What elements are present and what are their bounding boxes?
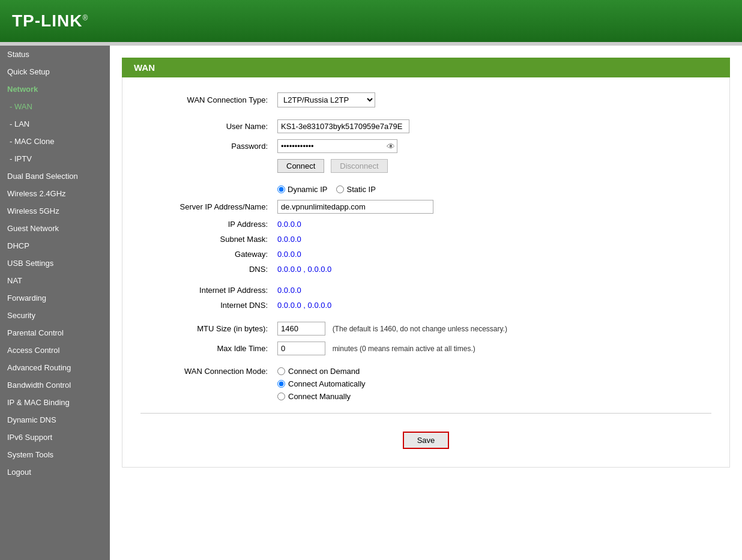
disconnect-button[interactable]: Disconnect	[331, 159, 387, 173]
internet-ip-row: Internet IP Address: 0.0.0.0	[140, 283, 711, 298]
dns-row: DNS: 0.0.0.0 , 0.0.0.0	[140, 262, 711, 277]
max-idle-input[interactable]	[277, 342, 325, 355]
sidebar-item-ipv6-support[interactable]: IPv6 Support	[0, 429, 110, 446]
sidebar-item-status[interactable]: Status	[0, 46, 110, 63]
mode-manual-radio[interactable]	[277, 393, 285, 400]
wan-type-cell: Dynamic IP Static IP PPPoE/Russia PPPoE …	[273, 89, 711, 110]
internet-dns-cell: 0.0.0.0 , 0.0.0.0	[273, 298, 711, 313]
max-idle-cell: minutes (0 means remain active at all ti…	[273, 339, 711, 358]
connect-button[interactable]: Connect	[277, 159, 324, 173]
mode-demand-option[interactable]: Connect on Demand	[277, 367, 707, 376]
username-input[interactable]	[277, 119, 409, 133]
wan-type-row: WAN Connection Type: Dynamic IP Static I…	[140, 89, 711, 110]
internet-dns-value: 0.0.0.0 , 0.0.0.0	[277, 301, 331, 310]
static-ip-option[interactable]: Static IP	[336, 185, 375, 194]
wan-type-label: WAN Connection Type:	[140, 89, 273, 110]
connect-row: Connect Disconnect	[140, 156, 711, 176]
max-idle-row: Max Idle Time: minutes (0 means remain a…	[140, 339, 711, 358]
static-ip-radio[interactable]	[336, 185, 344, 193]
sidebar-item-security[interactable]: Security	[0, 307, 110, 324]
save-button[interactable]: Save	[403, 432, 450, 449]
max-idle-label: Max Idle Time:	[140, 339, 273, 358]
bottom-divider	[140, 413, 711, 414]
password-wrapper: 👁	[277, 139, 397, 153]
static-ip-label: Static IP	[346, 185, 375, 194]
password-input[interactable]	[277, 139, 397, 153]
sidebar-item-dual-band[interactable]: Dual Band Selection	[0, 167, 110, 185]
mtu-label: MTU Size (in bytes):	[140, 319, 273, 339]
ip-address-label: IP Address:	[140, 217, 273, 232]
sidebar-item-mac-clone[interactable]: - MAC Clone	[0, 133, 110, 150]
layout: Status Quick Setup Network - WAN - LAN -…	[0, 46, 742, 560]
dynamic-ip-radio[interactable]	[277, 185, 285, 193]
sidebar-item-wan[interactable]: - WAN	[0, 98, 110, 115]
wan-mode-row: WAN Connection Mode: Connect on Demand C…	[140, 364, 711, 404]
server-ip-input[interactable]	[277, 200, 433, 214]
ip-address-row: IP Address: 0.0.0.0	[140, 217, 711, 232]
username-row: User Name:	[140, 116, 711, 136]
logo: TP-LINK®	[12, 11, 88, 31]
header: TP-LINK®	[0, 0, 742, 42]
dynamic-ip-option[interactable]: Dynamic IP	[277, 185, 327, 194]
form-table: WAN Connection Type: Dynamic IP Static I…	[140, 89, 711, 404]
sidebar: Status Quick Setup Network - WAN - LAN -…	[0, 46, 110, 560]
gateway-value: 0.0.0.0	[277, 250, 301, 259]
ip-address-value: 0.0.0.0	[277, 220, 301, 229]
sidebar-item-wireless-5[interactable]: Wireless 5GHz	[0, 202, 110, 220]
sidebar-item-bandwidth-control[interactable]: Bandwidth Control	[0, 376, 110, 394]
max-idle-hint: minutes (0 means remain active at all ti…	[333, 345, 475, 353]
sidebar-item-iptv[interactable]: - IPTV	[0, 150, 110, 167]
mode-auto-label: Connect Automatically	[288, 379, 366, 388]
subnet-value: 0.0.0.0	[277, 235, 301, 244]
subnet-row: Subnet Mask: 0.0.0.0	[140, 232, 711, 247]
sidebar-item-advanced-routing[interactable]: Advanced Routing	[0, 359, 110, 376]
mtu-hint: (The default is 1460, do not change unle…	[333, 325, 507, 333]
sidebar-item-dhcp[interactable]: DHCP	[0, 237, 110, 254]
sidebar-item-network[interactable]: Network	[0, 80, 110, 98]
dynamic-ip-label: Dynamic IP	[288, 185, 327, 194]
internet-ip-value: 0.0.0.0	[277, 286, 301, 295]
show-password-icon[interactable]: 👁	[387, 142, 395, 151]
sidebar-item-nat[interactable]: NAT	[0, 272, 110, 289]
connect-cell: Connect Disconnect	[273, 156, 711, 176]
sidebar-item-ip-mac-binding[interactable]: IP & MAC Binding	[0, 394, 110, 411]
internet-ip-cell: 0.0.0.0	[273, 283, 711, 298]
mode-manual-label: Connect Manually	[288, 392, 351, 401]
mtu-cell: (The default is 1460, do not change unle…	[273, 319, 711, 339]
sidebar-item-forwarding[interactable]: Forwarding	[0, 289, 110, 307]
gateway-cell: 0.0.0.0	[273, 247, 711, 262]
sidebar-item-guest-network[interactable]: Guest Network	[0, 220, 110, 237]
sidebar-item-access-control[interactable]: Access Control	[0, 342, 110, 359]
sidebar-item-wireless-24[interactable]: Wireless 2.4GHz	[0, 185, 110, 202]
sidebar-item-parental-control[interactable]: Parental Control	[0, 324, 110, 342]
password-row: Password: 👁	[140, 136, 711, 156]
ip-type-cell: Dynamic IP Static IP	[273, 182, 711, 197]
dns-value: 0.0.0.0 , 0.0.0.0	[277, 265, 331, 274]
dns-cell: 0.0.0.0 , 0.0.0.0	[273, 262, 711, 277]
sidebar-item-system-tools[interactable]: System Tools	[0, 446, 110, 463]
ip-type-row: Dynamic IP Static IP	[140, 182, 711, 197]
gateway-label: Gateway:	[140, 247, 273, 262]
password-label: Password:	[140, 136, 273, 156]
connect-label-empty	[140, 156, 273, 176]
wan-mode-cell: Connect on Demand Connect Automatically …	[273, 364, 711, 404]
internet-dns-label: Internet DNS:	[140, 298, 273, 313]
sidebar-item-lan[interactable]: - LAN	[0, 115, 110, 133]
ip-address-cell: 0.0.0.0	[273, 217, 711, 232]
username-label: User Name:	[140, 116, 273, 136]
gateway-row: Gateway: 0.0.0.0	[140, 247, 711, 262]
content-area: WAN Connection Type: Dynamic IP Static I…	[122, 77, 730, 468]
mode-manual-option[interactable]: Connect Manually	[277, 392, 707, 401]
ip-type-label-empty	[140, 182, 273, 197]
wan-mode-group: Connect on Demand Connect Automatically …	[277, 367, 707, 401]
mtu-input[interactable]	[277, 322, 325, 336]
sidebar-item-dynamic-dns[interactable]: Dynamic DNS	[0, 411, 110, 429]
wan-connection-type-select[interactable]: Dynamic IP Static IP PPPoE/Russia PPPoE …	[277, 92, 375, 107]
mode-demand-radio[interactable]	[277, 367, 285, 375]
sidebar-item-logout[interactable]: Logout	[0, 463, 110, 481]
sidebar-item-quick-setup[interactable]: Quick Setup	[0, 63, 110, 80]
mode-auto-radio[interactable]	[277, 380, 285, 388]
mode-auto-option[interactable]: Connect Automatically	[277, 379, 707, 388]
server-ip-cell	[273, 197, 711, 217]
sidebar-item-usb-settings[interactable]: USB Settings	[0, 254, 110, 272]
